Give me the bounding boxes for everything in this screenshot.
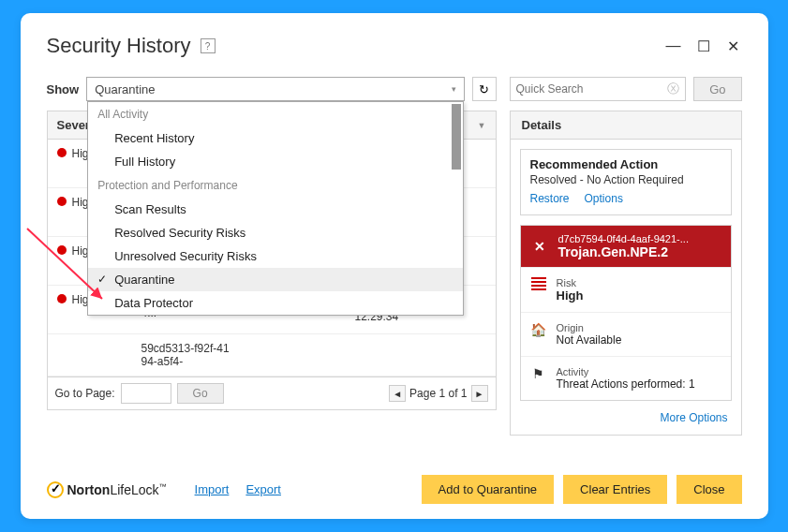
titlebar: Security History ? — ☐ ✕ [47,34,742,58]
annotation-arrow [22,224,126,327]
activity-value: Threat Actions performed: 1 [557,377,695,391]
show-label: Show [47,82,80,96]
brand-logo: NortonLifeLock™ [47,481,167,498]
activity-label: Activity [557,366,695,377]
footer: NortonLifeLock™ Import Export Add to Qua… [47,475,742,504]
norton-check-icon [47,481,64,498]
prev-page-button[interactable]: ◄ [389,385,406,402]
page-indicator: Page 1 of 1 [409,387,467,400]
more-options-link[interactable]: More Options [660,411,727,424]
security-history-window: Security History ? — ☐ ✕ Show Quarantine… [21,13,768,519]
recommended-action-box: Recommended Action Resolved - No Action … [520,149,732,215]
recommended-action-status: Resolved - No Action Required [530,173,721,186]
dd-item-scan-results[interactable]: Scan Results [88,198,462,221]
clear-entries-button[interactable]: Clear Entries [563,475,667,504]
refresh-button[interactable]: ↻ [472,77,497,101]
filter-row: Show Quarantine All Activity Recent Hist… [47,77,497,101]
severity-dot-high [57,197,67,206]
origin-label: Origin [557,322,622,333]
dd-item-resolved-risks[interactable]: Resolved Security Risks [88,221,462,244]
window-controls: — ☐ ✕ [665,37,742,55]
origin-icon: 🏠 [530,322,547,337]
threat-name: Trojan.Gen.NPE.2 [558,244,689,259]
close-button[interactable]: Close [676,475,741,504]
sort-desc-icon: ▼ [478,121,486,130]
export-link[interactable]: Export [245,482,281,496]
minimize-icon[interactable]: — [665,37,682,55]
origin-value: Not Available [557,333,622,347]
goto-page-input[interactable] [121,383,171,404]
quick-search-input[interactable] [516,82,668,96]
risk-label: Risk [557,277,584,288]
dd-item-data-protector[interactable]: Data Protector [88,291,462,315]
dd-item-unresolved-risks[interactable]: Unresolved Security Risks [88,244,462,268]
show-dropdown-menu: All Activity Recent History Full History… [87,101,463,316]
dd-item-recent-history[interactable]: Recent History [88,126,462,150]
recommended-action-title: Recommended Action [530,157,721,171]
threat-summary: ✕ d7cb7594-0f4d-4aaf-9421-... Trojan.Gen… [520,225,732,401]
search-go-button[interactable]: Go [693,77,741,101]
maximize-icon[interactable]: ☐ [695,37,712,55]
dropdown-scrollbar[interactable] [452,104,461,313]
import-link[interactable]: Import [195,482,230,496]
next-page-button[interactable]: ► [471,385,488,402]
show-dropdown[interactable]: Quarantine All Activity Recent History F… [86,77,464,101]
restore-link[interactable]: Restore [530,192,570,205]
details-header: Details [511,111,741,140]
dd-group-protection: Protection and Performance [88,173,462,198]
table-row[interactable]: 59cd5313-f92f-4194-a5f4- [48,334,496,377]
dd-group-all: All Activity [88,102,462,126]
pager: Go to Page: Go ◄ Page 1 of 1 ► [48,377,496,409]
help-icon[interactable]: ? [201,38,216,53]
goto-page-label: Go to Page: [55,387,115,400]
dropdown-selected-label: Quarantine [95,82,155,96]
details-panel: Details Recommended Action Resolved - No… [510,111,742,436]
window-title: Security History [47,34,191,58]
activity-icon: ⚑ [530,366,547,381]
severity-dot-high [57,148,67,157]
dd-item-quarantine[interactable]: ✓Quarantine [88,268,462,291]
dd-item-full-history[interactable]: Full History [88,150,462,173]
threat-hash: d7cb7594-0f4d-4aaf-9421-... [558,233,689,244]
svg-line-0 [27,229,102,299]
risk-icon [530,277,547,295]
goto-page-button[interactable]: Go [177,383,224,404]
search-clear-icon[interactable]: ⓧ [667,81,679,97]
threat-x-icon: ✕ [530,237,549,256]
quick-search-box[interactable]: ⓧ [510,77,687,101]
add-to-quarantine-button[interactable]: Add to Quarantine [422,475,555,504]
options-link[interactable]: Options [585,192,623,205]
close-icon[interactable]: ✕ [725,37,742,55]
risk-value: High [557,288,584,303]
